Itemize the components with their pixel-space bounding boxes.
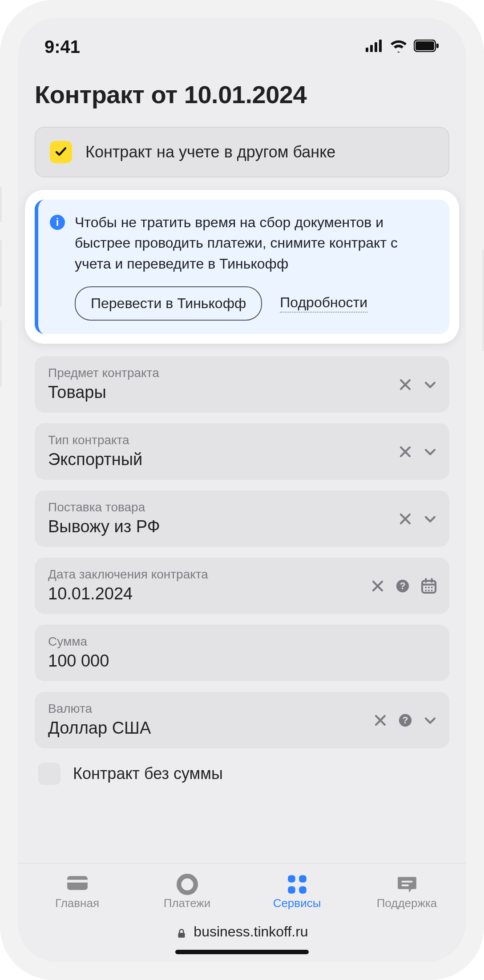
nav-support[interactable]: Поддержка (367, 873, 447, 910)
chevron-down-icon[interactable] (423, 511, 438, 526)
svg-point-13 (425, 586, 427, 588)
field-type-label: Тип контракта (48, 433, 436, 447)
status-icons (366, 39, 440, 54)
clear-icon[interactable] (398, 511, 413, 526)
svg-rect-21 (67, 876, 88, 890)
chevron-down-icon[interactable] (423, 444, 438, 459)
clear-icon[interactable] (398, 377, 413, 392)
field-delivery-label: Поставка товара (48, 500, 436, 514)
nav-services-label: Сервисы (273, 896, 321, 910)
nav-payments-label: Платежи (164, 896, 210, 910)
lock-icon (176, 926, 187, 938)
checkbox-no-sum-label: Контракт без суммы (73, 764, 223, 783)
info-banner-wrap: i Чтобы не тратить время на сбор докумен… (25, 190, 459, 344)
checkbox-empty-icon (38, 763, 60, 785)
status-bar: 9:41 (18, 18, 466, 67)
status-time: 9:41 (44, 37, 80, 57)
svg-rect-30 (178, 932, 185, 937)
services-icon (286, 873, 308, 893)
nav-payments[interactable]: Платежи (147, 873, 227, 910)
field-subject-value: Товары (48, 383, 436, 402)
clear-icon[interactable] (370, 578, 385, 594)
nav-support-label: Поддержка (377, 896, 437, 910)
chevron-down-icon[interactable] (423, 713, 438, 728)
checkbox-no-sum[interactable]: Контракт без суммы (35, 763, 449, 785)
svg-rect-5 (415, 41, 434, 50)
svg-rect-3 (379, 40, 382, 52)
clear-icon[interactable] (373, 713, 388, 728)
field-sum[interactable]: Сумма 100 000 (35, 625, 449, 681)
svg-rect-26 (288, 886, 295, 894)
svg-rect-22 (67, 880, 88, 883)
field-type-value: Экспортный (48, 450, 436, 469)
help-icon[interactable]: ? (398, 713, 413, 728)
clear-icon[interactable] (398, 444, 413, 459)
svg-rect-2 (375, 42, 377, 52)
svg-text:?: ? (403, 715, 408, 726)
svg-rect-1 (370, 45, 373, 52)
circle-icon (176, 873, 198, 893)
field-subject[interactable]: Предмет контракта Товары (35, 356, 449, 413)
svg-rect-6 (436, 44, 439, 48)
checkbox-other-bank[interactable]: Контракт на учете в другом банке (35, 127, 449, 177)
checkbox-other-bank-label: Контракт на учете в другом банке (85, 143, 335, 161)
field-delivery-value: Вывожу из РФ (48, 517, 436, 536)
svg-rect-25 (299, 875, 307, 883)
battery-icon (414, 40, 440, 54)
field-date[interactable]: Дата заключения контракта 10.01.2024 ? (35, 558, 449, 614)
url-text: business.tinkoff.ru (194, 924, 308, 940)
url-bar[interactable]: business.tinkoff.ru (18, 915, 466, 946)
svg-text:?: ? (400, 581, 406, 591)
svg-point-23 (179, 876, 196, 893)
transfer-button[interactable]: Перевести в Тинькофф (75, 286, 262, 321)
svg-rect-24 (288, 875, 295, 883)
chat-icon (396, 873, 418, 893)
svg-rect-28 (401, 881, 412, 883)
bottom-nav: Главная Платежи Сервисы Поддержка (18, 863, 466, 915)
page-title: Контракт от 10.01.2024 (35, 80, 449, 109)
nav-services[interactable]: Сервисы (257, 873, 337, 910)
checkbox-icon (50, 141, 72, 163)
svg-point-17 (428, 590, 430, 591)
svg-point-14 (428, 586, 430, 588)
svg-point-16 (425, 590, 427, 591)
details-link[interactable]: Подробности (280, 294, 367, 313)
calendar-icon[interactable] (420, 577, 438, 595)
svg-point-18 (431, 590, 433, 591)
wifi-icon (390, 39, 407, 54)
svg-rect-29 (401, 884, 409, 886)
home-indicator[interactable] (175, 950, 309, 954)
svg-rect-0 (366, 48, 368, 52)
field-sum-value: 100 000 (48, 651, 436, 671)
info-banner-text: Чтобы не тратить время на сбор документо… (75, 212, 435, 274)
svg-point-15 (431, 586, 433, 588)
card-icon (66, 873, 89, 893)
field-currency[interactable]: Валюта Доллар США ? (35, 692, 449, 748)
help-icon[interactable]: ? (395, 578, 410, 594)
field-sum-label: Сумма (48, 635, 436, 649)
field-subject-label: Предмет контракта (48, 366, 436, 380)
field-delivery[interactable]: Поставка товара Вывожу из РФ (35, 490, 449, 547)
svg-rect-27 (299, 886, 307, 894)
chevron-down-icon[interactable] (423, 377, 438, 392)
field-type[interactable]: Тип контракта Экспортный (35, 423, 449, 480)
info-banner: i Чтобы не тратить время на сбор докумен… (35, 200, 449, 334)
nav-home-label: Главная (55, 896, 99, 910)
nav-home[interactable]: Главная (37, 873, 117, 910)
cellular-icon (366, 40, 383, 54)
info-icon: i (50, 215, 65, 230)
